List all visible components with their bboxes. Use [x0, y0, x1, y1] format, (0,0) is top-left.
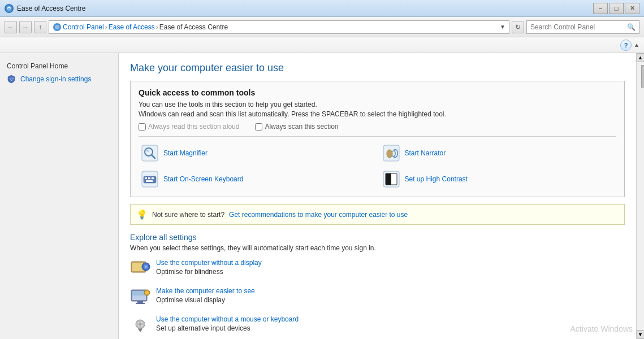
- svg-rect-27: [132, 291, 146, 295]
- scroll-down[interactable]: ▼: [637, 330, 645, 339]
- search-box[interactable]: 🔍: [526, 20, 639, 34]
- no-display-text: Use the computer without a display Optim…: [156, 259, 262, 276]
- easier-see-link[interactable]: Make the computer easier to see: [156, 287, 255, 295]
- no-display-link[interactable]: Use the computer without a display: [156, 259, 262, 267]
- setting-no-mouse: Use the computer without a mouse or keyb…: [130, 315, 625, 336]
- svg-text:🛡: 🛡: [10, 77, 14, 81]
- breadcrumb-ease-of-access[interactable]: Ease of Access: [109, 23, 155, 31]
- read-aloud-label: Always read this section aloud: [148, 123, 239, 131]
- app-icon: [5, 4, 14, 13]
- forward-button[interactable]: →: [19, 21, 32, 33]
- explore-desc: When you select these settings, they wil…: [130, 244, 625, 252]
- breadcrumb-icon: [53, 23, 62, 32]
- svg-rect-28: [137, 301, 143, 303]
- refresh-button[interactable]: ↻: [512, 21, 524, 33]
- tool-keyboard[interactable]: Start On-Screen Keyboard: [139, 168, 375, 190]
- helpbar: ? ▲: [0, 37, 644, 53]
- svg-rect-15: [152, 177, 154, 179]
- address-dropdown-button[interactable]: ▼: [500, 24, 505, 30]
- main-layout: Control Panel Home 🛡 Change sign-in sett…: [0, 53, 644, 339]
- contrast-icon: [382, 170, 400, 188]
- magnifier-icon: [141, 144, 159, 162]
- checkbox-scan[interactable]: Always scan this section: [255, 123, 338, 131]
- svg-point-36: [139, 323, 141, 325]
- svg-rect-14: [148, 177, 150, 179]
- quick-access-desc1: You can use the tools in this section to…: [139, 101, 616, 108]
- activate-windows-watermark: Activate Windows: [570, 324, 633, 333]
- window-title: Ease of Access Centre: [17, 5, 85, 12]
- titlebar: Ease of Access Centre − □ ✕: [0, 0, 644, 17]
- narrator-icon: [382, 144, 400, 162]
- scan-checkbox[interactable]: [255, 123, 262, 131]
- easier-see-text: Make the computer easier to see Optimise…: [156, 287, 255, 304]
- scan-label: Always scan this section: [265, 123, 338, 131]
- sidebar-item-change-sign-in[interactable]: 🛡 Change sign-in settings: [0, 72, 118, 86]
- svg-point-24: [145, 266, 147, 268]
- breadcrumb-current: Ease of Access Centre: [159, 23, 228, 31]
- breadcrumb: Control Panel › Ease of Access › Ease of…: [53, 23, 228, 32]
- titlebar-left: Ease of Access Centre: [5, 4, 85, 13]
- search-input[interactable]: [530, 23, 625, 31]
- explore-title: Explore all settings: [130, 233, 625, 242]
- svg-rect-16: [146, 180, 153, 182]
- titlebar-controls: − □ ✕: [593, 3, 639, 14]
- keyboard-label: Start On-Screen Keyboard: [163, 175, 243, 183]
- tools-grid: Start Magnifier Start Narrator: [139, 136, 616, 190]
- close-button[interactable]: ✕: [625, 3, 639, 14]
- no-display-icon: [130, 259, 150, 279]
- minimize-button[interactable]: −: [593, 3, 608, 14]
- magnifier-label: Start Magnifier: [163, 149, 208, 157]
- tool-contrast[interactable]: Set up High Contrast: [380, 168, 617, 190]
- sidebar-item-control-panel-home[interactable]: Control Panel Home: [0, 60, 118, 72]
- maximize-button[interactable]: □: [609, 3, 624, 14]
- easier-see-icon: [130, 287, 150, 307]
- search-icon[interactable]: 🔍: [627, 23, 636, 31]
- address-box[interactable]: Control Panel › Ease of Access › Ease of…: [49, 20, 509, 34]
- checkbox-read-aloud[interactable]: Always read this section aloud: [139, 123, 239, 131]
- hint-icon: 💡: [136, 209, 148, 220]
- no-mouse-link[interactable]: Use the computer without a mouse or keyb…: [156, 315, 299, 323]
- scroll-up-arrow[interactable]: ▲: [634, 42, 639, 48]
- setting-no-display: Use the computer without a display Optim…: [130, 259, 625, 279]
- help-button[interactable]: ?: [620, 40, 632, 51]
- easier-see-sub: Optimise visual display: [156, 296, 255, 304]
- quick-access-title: Quick access to common tools: [139, 88, 616, 97]
- tool-magnifier[interactable]: Start Magnifier: [139, 142, 375, 164]
- no-mouse-icon: [130, 315, 150, 336]
- no-mouse-text: Use the computer without a mouse or keyb…: [156, 315, 299, 332]
- svg-point-10: [387, 150, 392, 158]
- tool-narrator[interactable]: Start Narrator: [380, 142, 617, 164]
- svg-point-8: [146, 150, 149, 152]
- back-button[interactable]: ←: [5, 21, 17, 33]
- svg-rect-19: [386, 173, 391, 185]
- shield-icon: 🛡: [7, 75, 16, 84]
- svg-rect-13: [145, 177, 147, 179]
- breadcrumb-control-panel[interactable]: Control Panel: [63, 23, 104, 31]
- no-display-sub: Optimise for blindness: [156, 268, 262, 276]
- sidebar: Control Panel Home 🛡 Change sign-in sett…: [0, 53, 119, 339]
- page-title: Make your computer easier to use: [130, 62, 625, 74]
- quick-access-desc2: Windows can read and scan this list auto…: [139, 110, 616, 118]
- hint-text: Not sure where to start?: [152, 211, 224, 219]
- addressbar: ← → ↑ Control Panel › Ease of Access › E…: [0, 17, 644, 37]
- svg-point-31: [145, 291, 149, 294]
- scroll-up[interactable]: ▲: [637, 53, 645, 62]
- svg-rect-12: [144, 176, 156, 183]
- scrollbar[interactable]: ▲ ▼: [636, 53, 644, 339]
- keyboard-icon: [141, 170, 159, 188]
- no-mouse-sub: Set up alternative input devices: [156, 324, 299, 332]
- contrast-label: Set up High Contrast: [405, 175, 468, 183]
- read-aloud-checkbox[interactable]: [139, 123, 146, 131]
- content-area: Make your computer easier to use Quick a…: [119, 53, 636, 339]
- quick-access-box: Quick access to common tools You can use…: [130, 81, 625, 197]
- svg-point-3: [55, 25, 59, 29]
- hint-link[interactable]: Get recommendations to make your compute…: [229, 211, 408, 219]
- hint-box: 💡 Not sure where to start? Get recommend…: [130, 204, 625, 225]
- sep1: ›: [105, 23, 107, 31]
- scroll-thumb[interactable]: [641, 65, 645, 88]
- sidebar-change-sign-in-label: Change sign-in settings: [20, 75, 91, 83]
- setting-easier-to-see: Make the computer easier to see Optimise…: [130, 287, 625, 307]
- up-button[interactable]: ↑: [34, 21, 46, 33]
- narrator-label: Start Narrator: [405, 149, 446, 157]
- sep2: ›: [156, 23, 158, 31]
